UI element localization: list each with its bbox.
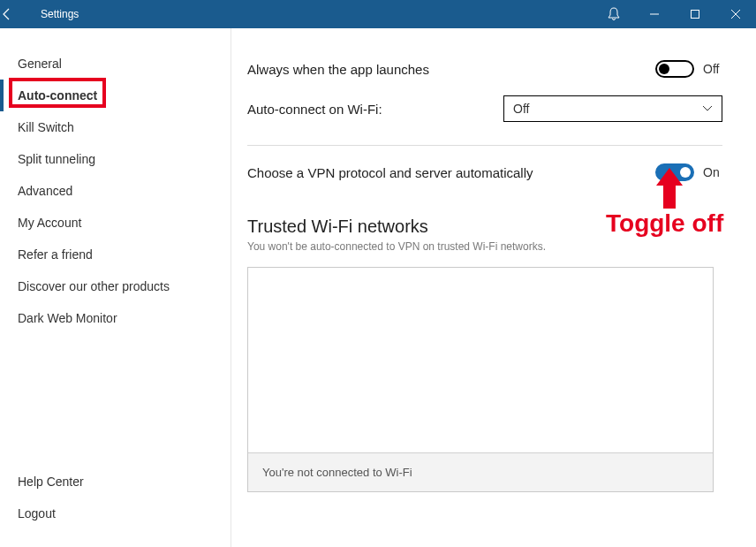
close-button[interactable]: [715, 0, 756, 28]
sidebar-item-advanced[interactable]: Advanced: [0, 175, 231, 207]
back-button[interactable]: [0, 7, 37, 21]
row-autoconnect-wifi: Auto-connect on Wi-Fi: Off: [247, 90, 722, 140]
window-title: Settings: [37, 8, 79, 20]
content-area: Always when the app launches Off Auto-co…: [231, 28, 756, 547]
sidebar-item-discover-products[interactable]: Discover our other products: [0, 270, 231, 302]
maximize-button[interactable]: [675, 0, 715, 28]
autoconnect-wifi-value: Off: [513, 102, 529, 116]
svg-rect-1: [692, 11, 699, 19]
always-launch-toggle[interactable]: [655, 60, 694, 78]
titlebar: Settings: [0, 0, 756, 28]
sidebar-item-my-account[interactable]: My Account: [0, 207, 231, 239]
trusted-networks-box: You're not connected to Wi-Fi: [247, 267, 714, 492]
chevron-down-icon: [702, 105, 713, 112]
auto-protocol-state: On: [703, 165, 722, 179]
sidebar-item-auto-connect[interactable]: Auto-connect: [0, 80, 231, 111]
sidebar-item-split-tunneling[interactable]: Split tunneling: [0, 143, 231, 175]
sidebar-item-refer-a-friend[interactable]: Refer a friend: [0, 239, 231, 270]
sidebar-item-help-center[interactable]: Help Center: [0, 466, 231, 498]
auto-protocol-label: Choose a VPN protocol and server automat…: [247, 165, 655, 180]
minimize-button[interactable]: [634, 0, 675, 28]
trusted-networks-list: [248, 268, 713, 452]
sidebar-item-logout[interactable]: Logout: [0, 498, 231, 529]
autoconnect-wifi-label: Auto-connect on Wi-Fi:: [247, 102, 503, 117]
trusted-title: Trusted Wi-Fi networks: [247, 217, 722, 237]
bell-icon[interactable]: [593, 0, 634, 28]
sidebar-item-dark-web-monitor[interactable]: Dark Web Monitor: [0, 302, 231, 334]
always-launch-state: Off: [703, 62, 722, 76]
autoconnect-wifi-dropdown[interactable]: Off: [503, 95, 722, 122]
trusted-subtitle: You won't be auto-connected to VPN on tr…: [247, 240, 722, 253]
sidebar-item-kill-switch[interactable]: Kill Switch: [0, 111, 231, 143]
trusted-networks-footer: You're not connected to Wi-Fi: [248, 452, 713, 491]
row-always-launch: Always when the app launches Off: [247, 48, 722, 90]
row-auto-protocol: Choose a VPN protocol and server automat…: [247, 146, 722, 194]
auto-protocol-toggle[interactable]: [655, 163, 694, 181]
sidebar-item-general[interactable]: General: [0, 48, 231, 80]
sidebar: General Auto-connect Kill Switch Split t…: [0, 28, 231, 547]
always-launch-label: Always when the app launches: [247, 62, 655, 77]
